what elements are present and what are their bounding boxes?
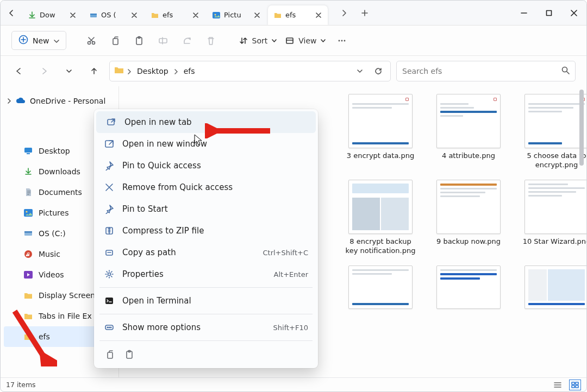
- ctx-properties[interactable]: PropertiesAlt+Enter: [94, 263, 318, 285]
- file-item[interactable]: [428, 265, 509, 312]
- close-icon[interactable]: [193, 11, 201, 19]
- plus-circle-icon: [18, 35, 28, 46]
- ctx-open-terminal[interactable]: Open in Terminal: [94, 290, 318, 312]
- scrollbar[interactable]: [578, 86, 585, 377]
- picture-icon: [23, 208, 33, 218]
- copy-icon[interactable]: [104, 349, 116, 361]
- tab-pictures[interactable]: Pictu: [207, 5, 266, 25]
- ctx-compress-zip[interactable]: Compress to ZIP file: [94, 220, 318, 242]
- drive-icon: [89, 11, 98, 20]
- share-button[interactable]: [176, 30, 198, 52]
- paste-button[interactable]: [128, 30, 150, 52]
- pin-icon: [104, 204, 115, 214]
- breadcrumb[interactable]: Desktop efs: [109, 61, 391, 81]
- new-button[interactable]: New: [11, 31, 66, 50]
- tab-scroll-back[interactable]: [1, 1, 22, 25]
- file-item[interactable]: 5 choose data to encrypt.png: [516, 94, 586, 170]
- view-button[interactable]: View: [282, 36, 329, 45]
- file-item[interactable]: 4 attribute.png: [428, 94, 509, 170]
- view-details-button[interactable]: [552, 380, 564, 390]
- more-icon: [104, 322, 115, 333]
- file-item[interactable]: [516, 265, 586, 312]
- tab-label: efs: [285, 11, 313, 19]
- file-label: 4 attribute.png: [442, 151, 495, 161]
- paste-icon[interactable]: [123, 349, 135, 361]
- sort-label: Sort: [252, 36, 268, 45]
- minimize-button[interactable]: [511, 1, 536, 26]
- file-item[interactable]: 3 encrypt data.png: [340, 94, 421, 170]
- folder-icon: [114, 66, 124, 77]
- sort-button[interactable]: Sort: [236, 36, 280, 45]
- video-icon: [23, 270, 33, 280]
- file-label: 3 encrypt data.png: [347, 151, 414, 161]
- document-icon: [23, 187, 33, 197]
- close-icon[interactable]: [254, 11, 262, 19]
- address-row: Desktop efs: [1, 56, 586, 86]
- open-window-icon: [104, 138, 115, 149]
- svg-rect-34: [105, 298, 113, 304]
- tab-os[interactable]: OS (: [84, 5, 143, 25]
- annotation-arrow: [8, 307, 57, 366]
- view-large-button[interactable]: [569, 380, 581, 390]
- file-thumb: [348, 180, 413, 234]
- file-item[interactable]: 8 encrypt backup key notification.png: [340, 180, 421, 256]
- svg-rect-8: [113, 39, 118, 45]
- ctx-remove-quick[interactable]: Remove from Quick access: [94, 176, 318, 198]
- new-tab-button[interactable]: [354, 3, 375, 23]
- svg-rect-4: [547, 10, 552, 15]
- ctx-pin-start[interactable]: Pin to Start: [94, 198, 318, 220]
- back-button[interactable]: [9, 61, 29, 81]
- ctx-copy-path[interactable]: Copy as pathCtrl+Shift+C: [94, 242, 318, 263]
- sidebar-item-label: Music: [39, 250, 60, 258]
- sidebar-onedrive[interactable]: OneDrive - Personal: [1, 92, 118, 110]
- sidebar-item-label: Pictures: [39, 208, 68, 217]
- tab-label: Dow: [40, 11, 67, 19]
- close-button[interactable]: [561, 1, 586, 26]
- file-item[interactable]: [340, 265, 421, 312]
- chevron-right-icon[interactable]: [174, 66, 178, 77]
- svg-point-36: [107, 327, 108, 328]
- file-item[interactable]: 10 Star Wizard.png: [516, 180, 586, 256]
- refresh-button[interactable]: [371, 64, 386, 79]
- file-thumb: [348, 94, 413, 148]
- recent-button[interactable]: [59, 61, 79, 81]
- file-thumb: [436, 94, 501, 148]
- chevron-right-icon[interactable]: [127, 66, 132, 77]
- more-button[interactable]: [331, 30, 353, 52]
- tab-downloads[interactable]: Dow: [22, 5, 82, 25]
- close-icon[interactable]: [132, 11, 139, 19]
- svg-rect-27: [572, 385, 574, 388]
- annotation-arrow: [205, 123, 276, 138]
- tab-efs-1[interactable]: efs: [145, 5, 205, 25]
- close-icon[interactable]: [70, 11, 78, 19]
- delete-button[interactable]: [200, 30, 222, 52]
- rename-button[interactable]: [152, 30, 174, 52]
- breadcrumb-dropdown[interactable]: [352, 64, 367, 79]
- tab-efs-active[interactable]: efs: [268, 5, 328, 25]
- copy-button[interactable]: [104, 30, 126, 52]
- tab-scroll-forward[interactable]: [334, 3, 354, 23]
- file-item[interactable]: 9 backup now.png: [428, 180, 509, 256]
- cut-button[interactable]: [80, 30, 102, 52]
- search-input[interactable]: [402, 67, 561, 75]
- breadcrumb-efs[interactable]: efs: [182, 67, 197, 75]
- ctx-pin-quick[interactable]: Pin to Quick access: [94, 155, 318, 176]
- close-icon[interactable]: [316, 11, 323, 19]
- chevron-right-icon[interactable]: [7, 97, 11, 105]
- file-label: 9 backup now.png: [436, 237, 501, 246]
- ctx-label: Open in new window: [122, 139, 308, 149]
- maximize-button[interactable]: [536, 1, 561, 26]
- zip-icon: [104, 225, 115, 236]
- music-icon: [23, 249, 33, 259]
- file-thumb: [524, 180, 586, 234]
- svg-point-33: [108, 273, 111, 276]
- ctx-show-more[interactable]: Show more optionsShift+F10: [94, 317, 318, 338]
- breadcrumb-desktop[interactable]: Desktop: [135, 67, 171, 75]
- search-box[interactable]: [396, 61, 576, 81]
- forward-button[interactable]: [34, 61, 54, 81]
- tab-label: OS (: [101, 11, 128, 19]
- svg-rect-18: [27, 153, 30, 154]
- up-button[interactable]: [84, 61, 104, 81]
- open-tab-icon: [106, 117, 117, 128]
- svg-point-16: [563, 67, 567, 72]
